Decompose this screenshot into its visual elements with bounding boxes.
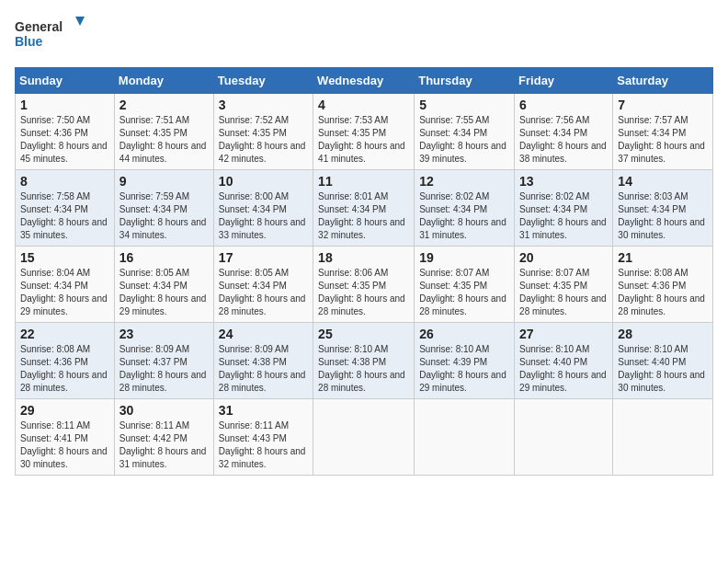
day-info: Sunrise: 7:52 AMSunset: 4:35 PMDaylight:… (219, 114, 308, 166)
day-number: 31 (219, 403, 308, 418)
day-info: Sunrise: 7:57 AMSunset: 4:34 PMDaylight:… (618, 114, 708, 166)
day-number: 11 (318, 174, 409, 189)
day-info: Sunrise: 7:51 AMSunset: 4:35 PMDaylight:… (119, 114, 209, 166)
day-number: 9 (119, 174, 209, 189)
day-number: 18 (318, 250, 409, 265)
weekday-header-wednesday: Wednesday (313, 68, 415, 94)
calendar-cell: 28Sunrise: 8:10 AMSunset: 4:40 PMDayligh… (613, 323, 713, 399)
day-info: Sunrise: 7:56 AMSunset: 4:34 PMDaylight:… (519, 114, 608, 166)
calendar-cell: 31Sunrise: 8:11 AMSunset: 4:43 PMDayligh… (213, 399, 313, 476)
day-info: Sunrise: 8:10 AMSunset: 4:39 PMDaylight:… (419, 343, 509, 395)
day-number: 29 (20, 403, 109, 418)
day-number: 4 (318, 98, 409, 112)
day-info: Sunrise: 7:50 AMSunset: 4:36 PMDaylight:… (20, 114, 109, 166)
day-number: 3 (219, 98, 308, 112)
calendar-cell: 13Sunrise: 8:02 AMSunset: 4:34 PMDayligh… (515, 170, 613, 247)
day-info: Sunrise: 8:11 AMSunset: 4:43 PMDaylight:… (219, 419, 308, 471)
day-info: Sunrise: 8:07 AMSunset: 4:35 PMDaylight:… (419, 267, 509, 318)
day-info: Sunrise: 8:09 AMSunset: 4:37 PMDaylight:… (119, 343, 209, 395)
calendar-cell: 4Sunrise: 7:53 AMSunset: 4:35 PMDaylight… (313, 94, 415, 170)
calendar-cell: 20Sunrise: 8:07 AMSunset: 4:35 PMDayligh… (515, 247, 613, 323)
weekday-header-row: SundayMondayTuesdayWednesdayThursdayFrid… (16, 68, 713, 94)
calendar-cell: 18Sunrise: 8:06 AMSunset: 4:35 PMDayligh… (313, 247, 415, 323)
day-number: 22 (20, 327, 109, 341)
day-info: Sunrise: 8:10 AMSunset: 4:40 PMDaylight:… (519, 343, 608, 395)
calendar-cell: 26Sunrise: 8:10 AMSunset: 4:39 PMDayligh… (415, 323, 515, 399)
calendar-cell: 16Sunrise: 8:05 AMSunset: 4:34 PMDayligh… (114, 247, 213, 323)
calendar-cell: 10Sunrise: 8:00 AMSunset: 4:34 PMDayligh… (213, 170, 313, 247)
day-info: Sunrise: 8:09 AMSunset: 4:38 PMDaylight:… (219, 343, 308, 395)
weekday-header-monday: Monday (114, 68, 213, 94)
calendar-cell: 12Sunrise: 8:02 AMSunset: 4:34 PMDayligh… (415, 170, 515, 247)
day-info: Sunrise: 8:04 AMSunset: 4:34 PMDaylight:… (20, 267, 109, 318)
day-number: 12 (419, 174, 509, 189)
calendar-table: SundayMondayTuesdayWednesdayThursdayFrid… (15, 67, 713, 476)
day-number: 7 (618, 98, 708, 112)
day-number: 1 (20, 98, 109, 112)
calendar-cell: 30Sunrise: 8:11 AMSunset: 4:42 PMDayligh… (114, 399, 213, 476)
calendar-cell: 17Sunrise: 8:05 AMSunset: 4:34 PMDayligh… (213, 247, 313, 323)
calendar-cell: 25Sunrise: 8:10 AMSunset: 4:38 PMDayligh… (313, 323, 415, 399)
calendar-cell: 19Sunrise: 8:07 AMSunset: 4:35 PMDayligh… (415, 247, 515, 323)
header: General Blue (15, 15, 713, 56)
calendar-cell: 23Sunrise: 8:09 AMSunset: 4:37 PMDayligh… (114, 323, 213, 399)
day-info: Sunrise: 8:03 AMSunset: 4:34 PMDaylight:… (618, 190, 708, 242)
calendar-cell: 21Sunrise: 8:08 AMSunset: 4:36 PMDayligh… (613, 247, 713, 323)
weekday-header-tuesday: Tuesday (213, 68, 313, 94)
day-number: 19 (419, 250, 509, 265)
calendar-cell: 9Sunrise: 7:59 AMSunset: 4:34 PMDaylight… (114, 170, 213, 247)
weekday-header-friday: Friday (515, 68, 613, 94)
logo-svg: General Blue (15, 15, 88, 56)
calendar-cell (515, 399, 613, 476)
day-info: Sunrise: 8:08 AMSunset: 4:36 PMDaylight:… (618, 267, 708, 318)
calendar-cell: 2Sunrise: 7:51 AMSunset: 4:35 PMDaylight… (114, 94, 213, 170)
day-number: 8 (20, 174, 109, 189)
day-number: 24 (219, 327, 308, 341)
calendar-cell: 6Sunrise: 7:56 AMSunset: 4:34 PMDaylight… (515, 94, 613, 170)
day-number: 15 (20, 250, 109, 265)
day-info: Sunrise: 7:58 AMSunset: 4:34 PMDaylight:… (20, 190, 109, 242)
day-number: 13 (519, 174, 608, 189)
day-number: 20 (519, 250, 608, 265)
day-number: 10 (219, 174, 308, 189)
day-info: Sunrise: 7:55 AMSunset: 4:34 PMDaylight:… (419, 114, 509, 166)
calendar-cell: 27Sunrise: 8:10 AMSunset: 4:40 PMDayligh… (515, 323, 613, 399)
calendar-cell: 14Sunrise: 8:03 AMSunset: 4:34 PMDayligh… (613, 170, 713, 247)
day-info: Sunrise: 7:59 AMSunset: 4:34 PMDaylight:… (119, 190, 209, 242)
day-number: 28 (618, 327, 708, 341)
day-info: Sunrise: 8:11 AMSunset: 4:42 PMDaylight:… (119, 419, 209, 471)
calendar-cell: 7Sunrise: 7:57 AMSunset: 4:34 PMDaylight… (613, 94, 713, 170)
day-number: 16 (119, 250, 209, 265)
calendar-week-row: 15Sunrise: 8:04 AMSunset: 4:34 PMDayligh… (16, 247, 713, 323)
calendar-cell: 1Sunrise: 7:50 AMSunset: 4:36 PMDaylight… (16, 94, 115, 170)
weekday-header-saturday: Saturday (613, 68, 713, 94)
day-info: Sunrise: 8:05 AMSunset: 4:34 PMDaylight:… (119, 267, 209, 318)
day-info: Sunrise: 8:02 AMSunset: 4:34 PMDaylight:… (519, 190, 608, 242)
calendar-cell (613, 399, 713, 476)
day-number: 30 (119, 403, 209, 418)
day-info: Sunrise: 8:10 AMSunset: 4:38 PMDaylight:… (318, 343, 409, 395)
calendar-cell: 8Sunrise: 7:58 AMSunset: 4:34 PMDaylight… (16, 170, 115, 247)
day-number: 21 (618, 250, 708, 265)
svg-text:General: General (15, 19, 63, 34)
calendar-cell: 22Sunrise: 8:08 AMSunset: 4:36 PMDayligh… (16, 323, 115, 399)
calendar-cell: 29Sunrise: 8:11 AMSunset: 4:41 PMDayligh… (16, 399, 115, 476)
day-number: 2 (119, 98, 209, 112)
weekday-header-sunday: Sunday (16, 68, 115, 94)
svg-text:Blue: Blue (15, 34, 43, 49)
day-number: 26 (419, 327, 509, 341)
calendar-cell: 11Sunrise: 8:01 AMSunset: 4:34 PMDayligh… (313, 170, 415, 247)
day-info: Sunrise: 8:11 AMSunset: 4:41 PMDaylight:… (20, 419, 109, 471)
day-info: Sunrise: 8:06 AMSunset: 4:35 PMDaylight:… (318, 267, 409, 318)
weekday-header-thursday: Thursday (415, 68, 515, 94)
calendar-week-row: 29Sunrise: 8:11 AMSunset: 4:41 PMDayligh… (16, 399, 713, 476)
calendar-cell: 5Sunrise: 7:55 AMSunset: 4:34 PMDaylight… (415, 94, 515, 170)
logo: General Blue (15, 15, 88, 56)
day-number: 5 (419, 98, 509, 112)
day-info: Sunrise: 8:08 AMSunset: 4:36 PMDaylight:… (20, 343, 109, 395)
calendar-cell: 24Sunrise: 8:09 AMSunset: 4:38 PMDayligh… (213, 323, 313, 399)
day-number: 6 (519, 98, 608, 112)
calendar-cell (313, 399, 415, 476)
day-info: Sunrise: 8:02 AMSunset: 4:34 PMDaylight:… (419, 190, 509, 242)
day-number: 23 (119, 327, 209, 341)
